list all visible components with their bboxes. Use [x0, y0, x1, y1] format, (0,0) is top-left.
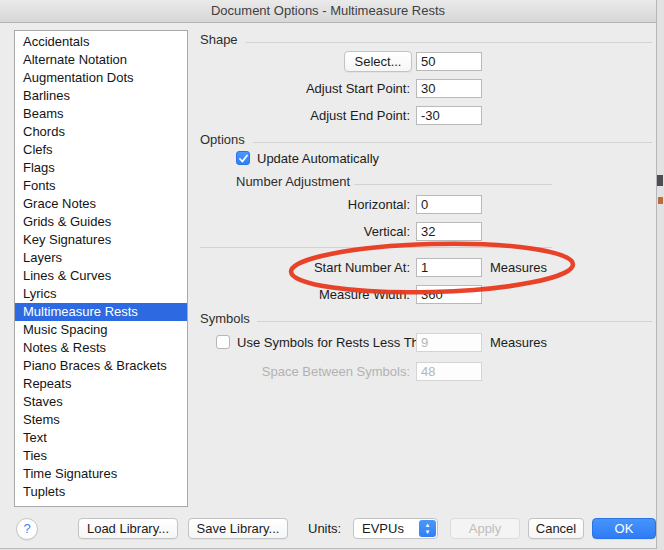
- category-list[interactable]: AccidentalsAlternate NotationAugmentatio…: [14, 30, 188, 507]
- vertical-label: Vertical:: [200, 222, 410, 241]
- use-symbols-field: [416, 333, 482, 352]
- sidebar-item[interactable]: Multimeasure Rests: [15, 303, 187, 321]
- space-between-symbols-label: Space Between Symbols:: [200, 362, 410, 381]
- help-button[interactable]: ?: [16, 518, 38, 540]
- sidebar-item[interactable]: Chords: [15, 123, 187, 141]
- sidebar-item[interactable]: Accidentals: [15, 33, 187, 51]
- horizontal-label: Horizontal:: [200, 195, 410, 214]
- sidebar-item[interactable]: Beams: [15, 105, 187, 123]
- cancel-button[interactable]: Cancel: [528, 518, 584, 539]
- sidebar-item[interactable]: Tuplets: [15, 483, 187, 501]
- title-bar: Document Options - Multimeasure Rests: [0, 0, 656, 23]
- apply-button: Apply: [450, 518, 520, 539]
- adjust-end-point-label: Adjust End Point:: [200, 106, 410, 125]
- shape-id-field[interactable]: [416, 52, 482, 71]
- vertical-field[interactable]: [416, 222, 482, 241]
- sidebar-item[interactable]: Flags: [15, 159, 187, 177]
- adjust-end-point-field[interactable]: [416, 106, 482, 125]
- sidebar-item[interactable]: Stems: [15, 411, 187, 429]
- sidebar-item[interactable]: Ties: [15, 447, 187, 465]
- sidebar-item[interactable]: Grids & Guides: [15, 213, 187, 231]
- number-adjustment-header: Number Adjustment: [236, 174, 350, 189]
- update-automatically-checkbox[interactable]: [236, 151, 250, 165]
- symbols-group-header: Symbols: [200, 311, 250, 326]
- number-adjustment-end-rule: [200, 247, 552, 248]
- sidebar-item[interactable]: Text: [15, 429, 187, 447]
- start-number-unit-label: Measures: [490, 258, 547, 277]
- sidebar-item[interactable]: Lyrics: [15, 285, 187, 303]
- dialog-window: Document Options - Multimeasure Rests Ac…: [0, 0, 657, 549]
- sidebar-item[interactable]: Lines & Curves: [15, 267, 187, 285]
- sidebar-item[interactable]: Layers: [15, 249, 187, 267]
- sidebar-item[interactable]: Fonts: [15, 177, 187, 195]
- options-group-header: Options: [200, 132, 245, 147]
- sidebar-item[interactable]: Music Spacing: [15, 321, 187, 339]
- use-symbols-checkbox[interactable]: [216, 335, 230, 349]
- use-symbols-label: Use Symbols for Rests Less Than:: [237, 333, 437, 352]
- checkmark-icon: [238, 153, 249, 164]
- space-between-symbols-field: [416, 362, 482, 381]
- use-symbols-unit-label: Measures: [490, 333, 547, 352]
- start-number-at-label: Start Number At:: [200, 258, 410, 277]
- sidebar-item[interactable]: Key Signatures: [15, 231, 187, 249]
- shape-group-header: Shape: [200, 32, 238, 47]
- load-library-button[interactable]: Load Library...: [78, 518, 178, 539]
- sidebar-item[interactable]: Notes & Rests: [15, 339, 187, 357]
- sidebar-item[interactable]: Repeats: [15, 375, 187, 393]
- sidebar-item[interactable]: Alternate Notation: [15, 51, 187, 69]
- background-artifact: [657, 175, 663, 186]
- background-artifact: [658, 197, 663, 204]
- start-number-at-field[interactable]: [416, 258, 482, 277]
- options-group-rule: [253, 142, 652, 143]
- select-shape-button[interactable]: Select...: [344, 51, 412, 72]
- symbols-group-rule: [257, 321, 652, 322]
- sidebar-item[interactable]: Clefs: [15, 141, 187, 159]
- adjust-start-point-field[interactable]: [416, 79, 482, 98]
- sidebar-item[interactable]: Grace Notes: [15, 195, 187, 213]
- ok-button[interactable]: OK: [592, 518, 656, 539]
- sidebar-item[interactable]: Piano Braces & Brackets: [15, 357, 187, 375]
- stepper-arrows-icon: ▲▼: [419, 520, 436, 537]
- number-adjustment-rule: [354, 184, 552, 185]
- measure-width-field[interactable]: [416, 285, 482, 304]
- adjust-start-point-label: Adjust Start Point:: [200, 79, 410, 98]
- screen: Document Options - Multimeasure Rests Ac…: [0, 0, 664, 550]
- units-selected-value: EVPUs: [362, 519, 404, 538]
- measure-width-label: Measure Width:: [200, 285, 410, 304]
- sidebar-item[interactable]: Time Signatures: [15, 465, 187, 483]
- shape-group-rule: [246, 42, 652, 43]
- sidebar-item[interactable]: Barlines: [15, 87, 187, 105]
- save-library-button[interactable]: Save Library...: [188, 518, 288, 539]
- window-title: Document Options - Multimeasure Rests: [211, 3, 445, 18]
- update-automatically-label: Update Automatically: [257, 149, 379, 168]
- sidebar-item[interactable]: Augmentation Dots: [15, 69, 187, 87]
- horizontal-field[interactable]: [416, 195, 482, 214]
- sidebar-item[interactable]: Staves: [15, 393, 187, 411]
- units-label: Units:: [308, 519, 341, 538]
- units-select[interactable]: EVPUs ▲▼: [353, 518, 438, 539]
